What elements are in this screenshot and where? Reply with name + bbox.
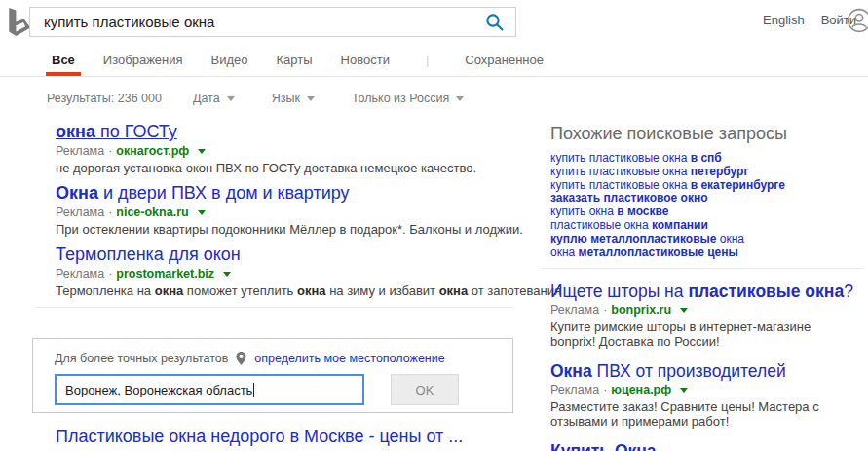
filter-date[interactable]: Дата [193,92,235,105]
ad-result-1: окна по ГОСТу Реклама · окнагост.рф не д… [56,122,513,176]
user-icon[interactable] [847,8,868,33]
result-attribution: Реклама · nice-okna.ru [56,205,513,220]
search-box [29,7,516,37]
chevron-down-icon [227,96,235,101]
chevron-down-icon [307,96,315,101]
result-title[interactable]: Купить Окна [550,441,657,451]
result-attribution: Реклама · prostomarket.biz [56,266,513,282]
result-title[interactable]: окна по ГОСТу [56,122,177,142]
result-title[interactable]: Окна и двери ПВХ в дом и квартиру [56,183,350,204]
tab-videos[interactable]: Видео [211,53,248,76]
related-searches-heading: Похожие поисковые запросы [550,124,863,143]
search-button[interactable] [474,8,515,36]
search-icon [485,13,505,32]
result-title[interactable]: Термопленка для окон [56,244,241,265]
search-tabs: Все Изображения Видео Карты Новости | Со… [0,45,868,77]
sidebar-ad-1: Ищете шторы на пластиковые окна? Реклама… [550,282,863,349]
ad-result-3: Термопленка для окон Реклама · prostomar… [56,244,513,299]
header-links: English Войти [763,13,856,27]
result-description: При остеклении квартиры подоконники Мёлл… [56,221,513,238]
language-link[interactable]: English [763,13,805,27]
result-description: Разместите заказ! Сравните цены! Мастера… [550,399,858,429]
result-attribution: Реклама · юцена.рф [550,382,863,397]
result-domain[interactable]: окнагост.рф [116,143,189,159]
tab-saved[interactable]: Сохраненное [465,53,544,76]
related-search-link[interactable]: заказать пластиковое окно [550,192,863,206]
result-domain[interactable]: bonprix.ru [611,302,671,318]
result-title[interactable]: Ищете шторы на пластиковые окна? [550,282,853,301]
related-search-link[interactable]: купить окна в москве [550,206,863,219]
text-cursor [253,383,254,397]
related-search-link[interactable]: окна металлопластиковые цены [550,246,863,260]
result-title[interactable]: Пластиковые окна недорого в Москве - цен… [56,427,463,447]
filter-bar: Результаты: 236 000 Дата Язык Только из … [0,77,868,117]
related-search-link[interactable]: купить пластиковые окна в спб [550,152,863,166]
location-box: Для более точных результатов определить … [32,338,513,413]
tab-images[interactable]: Изображения [103,53,183,76]
header: English Войти [0,0,868,45]
location-input[interactable]: Воронеж, Воронежская область [55,374,364,405]
ad-label: Реклама [56,205,104,220]
content: окна по ГОСТу Реклама · окнагост.рф не д… [0,122,868,451]
result-domain[interactable]: юцена.рф [611,382,671,397]
chevron-down-icon[interactable] [198,149,206,154]
ad-label: Реклама [550,382,599,397]
tab-all[interactable]: Все [52,53,75,76]
chevron-down-icon[interactable] [223,272,231,277]
chevron-down-icon [456,96,464,101]
chevron-down-icon[interactable] [680,308,688,313]
location-pin-icon [235,351,247,366]
search-input[interactable] [30,13,474,31]
related-search-link[interactable]: пластиковые окна компании [550,219,863,233]
result-attribution: Реклама · bonprix.ru [550,302,863,318]
ad-label: Реклама [550,302,599,318]
filter-language[interactable]: Язык [272,92,315,105]
detect-location-link[interactable]: определить мое местоположение [254,352,444,365]
result-domain[interactable]: prostomarket.biz [116,266,214,282]
ad-label: Реклама [56,266,104,282]
results-column: окна по ГОСТу Реклама · окнагост.рф не д… [0,122,513,451]
result-domain[interactable]: nice-okna.ru [116,205,188,220]
results-count: Результаты: 236 000 [47,92,162,105]
result-description: Купите римские шторы в интернет-магазине… [550,319,858,349]
chevron-down-icon[interactable] [680,388,688,393]
related-search-link[interactable]: купить пластиковые окна петербург [550,166,863,179]
related-search-link[interactable]: куплю металлопластиковые окна [550,233,863,246]
result-description: не дорогая установка окон ПВХ по ГОСТу д… [56,160,513,176]
filter-region[interactable]: Только из Россия [352,92,464,105]
results-divider [34,307,513,308]
organic-result-1: Пластиковые окна недорого в Москве - цен… [56,427,513,451]
ad-result-2: Окна и двери ПВХ в дом и квартиру Реклам… [56,183,513,238]
related-search-link[interactable]: купить пластиковые окна в екатеринбурге [550,179,863,193]
sidebar-divider [542,268,863,269]
ok-button[interactable]: OK [391,374,459,405]
location-label: Для более точных результатов [55,352,228,365]
chevron-down-icon[interactable] [198,210,206,215]
result-description: Термопленка на окна поможет утеплить окн… [56,282,513,299]
related-searches-list: купить пластиковые окна в спб купить пла… [550,152,863,259]
ad-label: Реклама [56,143,104,159]
sidebar-ad-3: Купить Окна Реклама · price.ru [550,441,863,451]
sidebar-ad-2: Окна ПВХ от производителей Реклама · юце… [550,361,863,429]
tab-news[interactable]: Новости [341,53,390,76]
sidebar: Похожие поисковые запросы купить пластик… [542,122,863,451]
result-attribution: Реклама · окнагост.рф [56,143,513,159]
result-title[interactable]: Окна ПВХ от производителей [550,361,786,381]
tab-separator: | [426,53,429,76]
tab-maps[interactable]: Карты [277,53,313,76]
